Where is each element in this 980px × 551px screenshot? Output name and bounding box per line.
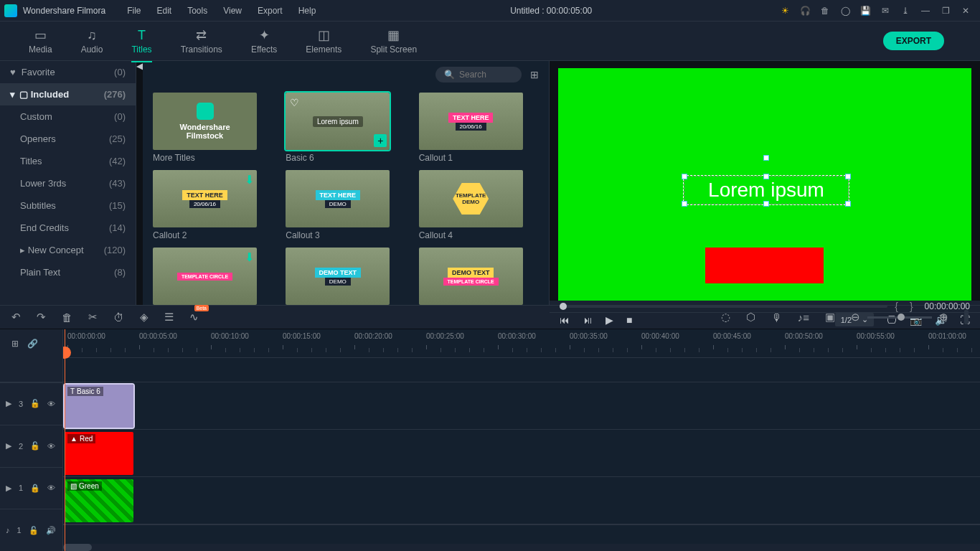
menu-tools[interactable]: Tools	[180, 3, 215, 19]
sidebar-favorite[interactable]: ♥Favorite(0)	[0, 61, 136, 83]
track-2[interactable]: ▲Red	[63, 430, 980, 477]
tab-splitscreen[interactable]: ▦Split Screen	[356, 24, 431, 57]
trash-icon[interactable]: 🗑	[819, 5, 831, 17]
crop-icon[interactable]: ◈	[140, 311, 149, 324]
sidebar-item-subtitles[interactable]: Subtitles(15)	[0, 194, 136, 217]
resize-handle[interactable]	[763, 201, 769, 207]
lock-closed-icon[interactable]: 🔒	[30, 484, 40, 493]
clip-green[interactable]: ▧Green	[65, 479, 133, 522]
rotate-handle[interactable]	[763, 155, 769, 161]
add-track-icon[interactable]: ⊞	[11, 339, 19, 349]
maximize-button[interactable]: ❐	[940, 5, 951, 17]
eye-icon[interactable]: 👁	[47, 442, 55, 451]
minimize-button[interactable]: —	[920, 5, 931, 17]
track-head-2[interactable]: ▶2🔓👁	[0, 425, 62, 467]
tab-elements[interactable]: ◫Elements	[291, 24, 356, 57]
panel-divider[interactable]	[964, 310, 969, 324]
clip-basic6[interactable]: TBasic 6	[65, 385, 133, 428]
sidebar-item-custom[interactable]: Custom(0)	[0, 105, 136, 128]
adjust-icon[interactable]: ☰	[164, 311, 174, 324]
tab-effects[interactable]: ✦Effects	[237, 24, 291, 57]
voiceover-icon[interactable]: 🎙	[771, 311, 782, 324]
card-more-titles[interactable]: WondershareFilmstockMore Titles	[153, 93, 273, 163]
playhead[interactable]	[65, 329, 65, 551]
mixer-icon[interactable]: ♪≡	[798, 311, 809, 324]
add-icon[interactable]: +	[374, 134, 387, 147]
card-callout2[interactable]: ⬇TEXT HERE20/06/16Callout 2	[153, 170, 273, 240]
undo-icon[interactable]: ↶	[11, 311, 21, 324]
zoom-slider[interactable]	[867, 316, 932, 319]
sidebar-item-lower3rds[interactable]: Lower 3rds(43)	[0, 172, 136, 194]
close-button[interactable]: ✕	[960, 5, 971, 17]
eye-icon[interactable]: 👁	[47, 400, 55, 408]
lock-icon[interactable]: 🔓	[30, 399, 40, 408]
sidebar-item-plaintext[interactable]: Plain Text(8)	[0, 261, 136, 283]
export-button[interactable]: EXPORT	[883, 32, 944, 50]
track-head-1[interactable]: ▶1🔒👁	[0, 467, 62, 509]
card-callout3[interactable]: TEXT HEREDEMOCallout 3	[286, 170, 405, 240]
zoom-knob[interactable]	[897, 314, 905, 321]
stop-icon[interactable]: ■	[626, 314, 632, 326]
heart-outline-icon[interactable]: ♡	[290, 97, 299, 108]
card-callout1[interactable]: TEXT HERE20/06/16Callout 1	[419, 93, 539, 163]
resize-handle[interactable]	[682, 174, 687, 179]
menu-edit[interactable]: Edit	[150, 3, 179, 19]
scrollbar-thumb[interactable]	[63, 544, 92, 551]
speed-icon[interactable]: ⏱	[113, 311, 124, 324]
card-callout4[interactable]: TEMPLATEDEMOCallout 4	[419, 170, 539, 240]
text-bounding-box[interactable]: Lorem ipsum	[684, 176, 849, 204]
scrub-knob[interactable]	[560, 303, 567, 310]
audio-track[interactable]	[63, 524, 980, 545]
tab-media[interactable]: ▭Media	[14, 24, 67, 57]
download-icon[interactable]: ⤓	[900, 5, 911, 17]
tab-audio[interactable]: ♫Audio	[67, 25, 118, 57]
lock-icon[interactable]: 🔓	[29, 526, 39, 535]
sidebar-item-titles[interactable]: Titles(42)	[0, 150, 136, 172]
track-3[interactable]: TBasic 6	[63, 382, 980, 430]
preview-canvas[interactable]: Lorem ipsum	[558, 68, 971, 301]
mail-icon[interactable]: ✉	[880, 5, 891, 17]
delete-icon[interactable]: 🗑	[62, 311, 72, 324]
eye-icon[interactable]: 👁	[47, 484, 55, 492]
redo-icon[interactable]: ↷	[37, 311, 46, 324]
sidebar-collapse-handle[interactable]: ◀	[136, 61, 143, 305]
horizontal-scrollbar[interactable]	[63, 544, 980, 551]
menu-export[interactable]: Export	[250, 3, 290, 19]
lock-icon[interactable]: 🔓	[30, 441, 40, 451]
scrub-track[interactable]	[560, 305, 887, 308]
sidebar-included[interactable]: ▾▢ Included(276)	[0, 83, 136, 105]
sidebar-item-endcredits[interactable]: End Credits(14)	[0, 217, 136, 239]
red-element[interactable]	[705, 248, 824, 283]
resize-handle[interactable]	[682, 201, 687, 207]
audio-beta-icon[interactable]: ∿Beta	[189, 311, 199, 324]
keyframe-icon[interactable]: ▣	[825, 311, 835, 324]
step-back-icon[interactable]: ⏮	[560, 314, 570, 326]
cut-icon[interactable]: ✂	[88, 311, 98, 324]
time-ruler[interactable]: 00:00:00:0000:00:05:0000:00:10:0000:00:1…	[63, 329, 980, 358]
speaker-icon[interactable]: 🔊	[46, 526, 56, 535]
card-row3-2[interactable]: DEMO TEXTDEMO	[286, 248, 405, 305]
link-icon[interactable]: 🔗	[27, 339, 38, 349]
resize-handle[interactable]	[845, 201, 851, 207]
grid-view-icon[interactable]: ⊞	[530, 69, 539, 80]
sidebar-item-newconcept[interactable]: ▸ New Concept(120)	[0, 239, 136, 261]
lightbulb-icon[interactable]: ☀	[779, 5, 791, 17]
search-input[interactable]	[459, 70, 517, 80]
play-icon[interactable]: ▶	[606, 314, 613, 326]
download-arrow-icon[interactable]: ⬇	[245, 250, 254, 264]
account-icon[interactable]: ◯	[839, 5, 851, 17]
audio-track-head[interactable]: ♪1🔓🔊	[0, 509, 62, 551]
track-area[interactable]: 00:00:00:0000:00:05:0000:00:10:0000:00:1…	[63, 329, 980, 551]
card-basic6[interactable]: ♡Lorem ipsum+Basic 6	[286, 93, 405, 163]
marker-icon[interactable]: ⬡	[746, 311, 755, 324]
track-1[interactable]: ▧Green	[63, 477, 980, 524]
clip-red[interactable]: ▲Red	[65, 432, 133, 475]
zoom-out-icon[interactable]: ⊖	[851, 311, 860, 324]
search-box[interactable]: 🔍	[435, 67, 522, 83]
save-icon[interactable]: 💾	[859, 5, 871, 17]
card-row3-1[interactable]: ⬇TEMPLATE CIRCLE	[153, 248, 273, 305]
sidebar-item-openers[interactable]: Openers(25)	[0, 128, 136, 150]
card-row3-3[interactable]: DEMO TEXTTEMPLATE CIRCLE	[419, 248, 539, 305]
play-pause-icon[interactable]: ⏯	[583, 314, 593, 326]
render-icon[interactable]: ◌	[721, 311, 730, 324]
